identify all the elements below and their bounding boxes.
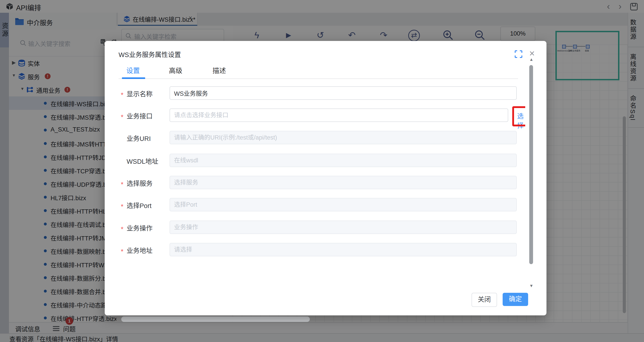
wsdl-address-input xyxy=(170,154,517,167)
business-operation-input xyxy=(170,220,517,234)
select-service-input xyxy=(170,176,517,189)
required-mark: * xyxy=(121,180,124,188)
field-label: 选择Port xyxy=(126,200,152,210)
tab-advanced[interactable]: 高级 xyxy=(169,65,182,75)
required-mark: * xyxy=(121,203,124,210)
scroll-down-icon[interactable]: ▼ xyxy=(529,284,534,288)
app-root: { "icons": { "required_mark": "*", "excl… xyxy=(0,0,644,342)
field-label: 业务操作 xyxy=(126,223,152,232)
dialog-title: WS业务服务属性设置 xyxy=(118,50,181,59)
tab-description[interactable]: 描述 xyxy=(212,65,226,75)
scroll-up-icon[interactable]: ▲ xyxy=(529,57,534,62)
required-mark: * xyxy=(121,91,124,99)
field-label: 业务URI xyxy=(126,133,151,143)
display-name-input[interactable] xyxy=(170,86,517,100)
field-label: 业务接口 xyxy=(126,111,152,120)
required-mark: * xyxy=(121,248,124,255)
scrollbar-thumb[interactable] xyxy=(529,65,533,264)
tabs-divider xyxy=(118,78,518,79)
canvas-horizontal-scrollbar[interactable] xyxy=(121,316,310,322)
business-interface-input[interactable] xyxy=(170,108,508,122)
dialog-scrollbar[interactable]: ▲ ▼ xyxy=(529,57,534,295)
field-label: 显示名称 xyxy=(126,89,152,98)
annotation-highlight-box xyxy=(512,106,525,126)
field-label: 选择服务 xyxy=(126,178,152,188)
select-port-input xyxy=(170,198,517,211)
business-uri-input xyxy=(170,131,517,144)
close-button[interactable]: 关闭 xyxy=(472,293,497,307)
field-label: 业务地址 xyxy=(126,245,152,255)
confirm-button[interactable]: 确定 xyxy=(503,293,528,306)
ws-service-properties-dialog: WS业务服务属性设置 × 设置 高级 描述 * 显示名称 * 业务接口 选择 业… xyxy=(105,41,546,316)
field-label: WSDL地址 xyxy=(126,156,158,166)
required-mark: * xyxy=(121,225,124,233)
active-tab-underline xyxy=(122,78,145,79)
dialog-scroll-area: * 显示名称 * 业务接口 选择 业务URI WSDL地址 * 选择服务 * 选… xyxy=(105,82,525,291)
tab-settings[interactable]: 设置 xyxy=(126,65,140,75)
business-address-input xyxy=(170,243,517,256)
fullscreen-icon[interactable] xyxy=(515,50,522,58)
required-mark: * xyxy=(121,113,124,121)
